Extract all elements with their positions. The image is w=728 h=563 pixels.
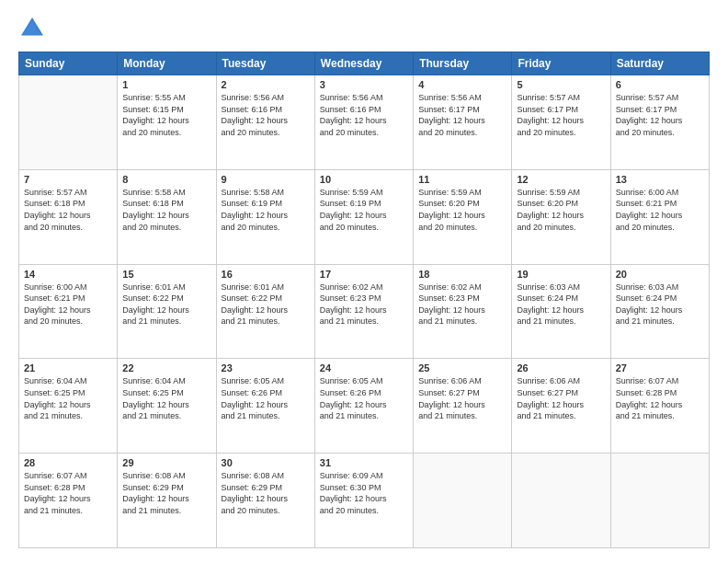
- day-info: Sunrise: 6:05 AM Sunset: 6:26 PM Dayligh…: [320, 375, 408, 421]
- calendar-table: SundayMondayTuesdayWednesdayThursdayFrid…: [18, 52, 710, 548]
- day-info: Sunrise: 5:57 AM Sunset: 6:17 PM Dayligh…: [517, 92, 605, 138]
- day-info: Sunrise: 6:03 AM Sunset: 6:24 PM Dayligh…: [517, 282, 605, 327]
- calendar-cell: 6Sunrise: 5:57 AM Sunset: 6:17 PM Daylig…: [610, 75, 709, 170]
- weekday-header-sunday: Sunday: [19, 52, 118, 75]
- day-info: Sunrise: 6:08 AM Sunset: 6:29 PM Dayligh…: [122, 470, 210, 516]
- day-info: Sunrise: 6:09 AM Sunset: 6:30 PM Dayligh…: [320, 470, 408, 516]
- day-number: 30: [222, 457, 310, 468]
- day-number: 10: [320, 174, 408, 185]
- day-number: 17: [320, 269, 408, 280]
- calendar-cell: 29Sunrise: 6:08 AM Sunset: 6:29 PM Dayli…: [118, 454, 216, 548]
- day-info: Sunrise: 6:06 AM Sunset: 6:27 PM Dayligh…: [418, 375, 506, 421]
- day-number: 13: [616, 174, 704, 185]
- calendar-cell: 17Sunrise: 6:02 AM Sunset: 6:23 PM Dayli…: [314, 264, 413, 359]
- weekday-header-tuesday: Tuesday: [216, 52, 314, 75]
- logo: [18, 15, 50, 42]
- day-info: Sunrise: 5:59 AM Sunset: 6:20 PM Dayligh…: [517, 187, 605, 233]
- calendar-cell: 15Sunrise: 6:01 AM Sunset: 6:22 PM Dayli…: [118, 264, 216, 359]
- day-number: 3: [320, 79, 408, 90]
- calendar-cell: 8Sunrise: 5:58 AM Sunset: 6:18 PM Daylig…: [118, 169, 216, 264]
- calendar-cell: 5Sunrise: 5:57 AM Sunset: 6:17 PM Daylig…: [512, 75, 610, 170]
- calendar-cell: 12Sunrise: 5:59 AM Sunset: 6:20 PM Dayli…: [512, 169, 610, 264]
- day-number: 15: [122, 269, 210, 280]
- day-number: 26: [517, 362, 605, 373]
- day-info: Sunrise: 6:04 AM Sunset: 6:25 PM Dayligh…: [24, 375, 112, 421]
- day-info: Sunrise: 5:56 AM Sunset: 6:16 PM Dayligh…: [222, 92, 310, 138]
- day-info: Sunrise: 6:04 AM Sunset: 6:25 PM Dayligh…: [122, 375, 210, 421]
- day-info: Sunrise: 5:56 AM Sunset: 6:17 PM Dayligh…: [418, 92, 506, 138]
- calendar-cell: 9Sunrise: 5:58 AM Sunset: 6:19 PM Daylig…: [216, 169, 314, 264]
- day-info: Sunrise: 5:57 AM Sunset: 6:18 PM Dayligh…: [24, 187, 112, 233]
- calendar-cell: 13Sunrise: 6:00 AM Sunset: 6:21 PM Dayli…: [610, 169, 709, 264]
- day-info: Sunrise: 6:00 AM Sunset: 6:21 PM Dayligh…: [616, 187, 704, 233]
- day-info: Sunrise: 5:58 AM Sunset: 6:19 PM Dayligh…: [222, 187, 310, 233]
- header: [18, 15, 710, 42]
- day-info: Sunrise: 6:06 AM Sunset: 6:27 PM Dayligh…: [517, 375, 605, 421]
- calendar-cell: 19Sunrise: 6:03 AM Sunset: 6:24 PM Dayli…: [512, 264, 610, 359]
- day-info: Sunrise: 5:56 AM Sunset: 6:16 PM Dayligh…: [320, 92, 408, 138]
- day-number: 19: [517, 269, 605, 280]
- day-number: 25: [418, 362, 506, 373]
- day-info: Sunrise: 6:07 AM Sunset: 6:28 PM Dayligh…: [24, 470, 112, 516]
- calendar-cell: 10Sunrise: 5:59 AM Sunset: 6:19 PM Dayli…: [314, 169, 413, 264]
- day-info: Sunrise: 6:02 AM Sunset: 6:23 PM Dayligh…: [320, 282, 408, 327]
- calendar-week-4: 21Sunrise: 6:04 AM Sunset: 6:25 PM Dayli…: [19, 359, 710, 454]
- calendar-cell: 23Sunrise: 6:05 AM Sunset: 6:26 PM Dayli…: [216, 359, 314, 454]
- day-number: 14: [24, 269, 112, 280]
- day-number: 9: [222, 174, 310, 185]
- calendar-cell: 21Sunrise: 6:04 AM Sunset: 6:25 PM Dayli…: [19, 359, 118, 454]
- page: SundayMondayTuesdayWednesdayThursdayFrid…: [0, 0, 728, 563]
- calendar-cell: 24Sunrise: 6:05 AM Sunset: 6:26 PM Dayli…: [314, 359, 413, 454]
- day-info: Sunrise: 5:57 AM Sunset: 6:17 PM Dayligh…: [616, 92, 704, 138]
- calendar-cell: 22Sunrise: 6:04 AM Sunset: 6:25 PM Dayli…: [118, 359, 216, 454]
- calendar-week-2: 7Sunrise: 5:57 AM Sunset: 6:18 PM Daylig…: [19, 169, 710, 264]
- calendar-cell: [19, 75, 118, 170]
- day-number: 4: [418, 79, 506, 90]
- calendar-cell: 2Sunrise: 5:56 AM Sunset: 6:16 PM Daylig…: [216, 75, 314, 170]
- day-info: Sunrise: 6:01 AM Sunset: 6:22 PM Dayligh…: [122, 282, 210, 327]
- day-number: 20: [616, 269, 704, 280]
- day-number: 31: [320, 457, 408, 468]
- day-number: 12: [517, 174, 605, 185]
- calendar-cell: 28Sunrise: 6:07 AM Sunset: 6:28 PM Dayli…: [19, 454, 118, 548]
- day-info: Sunrise: 6:08 AM Sunset: 6:29 PM Dayligh…: [222, 470, 310, 516]
- calendar-week-3: 14Sunrise: 6:00 AM Sunset: 6:21 PM Dayli…: [19, 264, 710, 359]
- weekday-header-wednesday: Wednesday: [314, 52, 413, 75]
- day-number: 11: [418, 174, 506, 185]
- day-info: Sunrise: 5:55 AM Sunset: 6:15 PM Dayligh…: [122, 92, 210, 138]
- day-info: Sunrise: 5:58 AM Sunset: 6:18 PM Dayligh…: [122, 187, 210, 233]
- day-number: 2: [222, 79, 310, 90]
- day-info: Sunrise: 5:59 AM Sunset: 6:19 PM Dayligh…: [320, 187, 408, 233]
- day-info: Sunrise: 6:05 AM Sunset: 6:26 PM Dayligh…: [222, 375, 310, 421]
- calendar-cell: 11Sunrise: 5:59 AM Sunset: 6:20 PM Dayli…: [414, 169, 512, 264]
- calendar-cell: 27Sunrise: 6:07 AM Sunset: 6:28 PM Dayli…: [610, 359, 709, 454]
- day-number: 29: [122, 457, 210, 468]
- day-number: 23: [222, 362, 310, 373]
- weekday-header-thursday: Thursday: [414, 52, 512, 75]
- day-number: 27: [616, 362, 704, 373]
- calendar-cell: [610, 454, 709, 548]
- day-number: 24: [320, 362, 408, 373]
- day-number: 1: [122, 79, 210, 90]
- calendar-cell: 26Sunrise: 6:06 AM Sunset: 6:27 PM Dayli…: [512, 359, 610, 454]
- logo-icon: [18, 15, 46, 42]
- calendar-cell: 16Sunrise: 6:01 AM Sunset: 6:22 PM Dayli…: [216, 264, 314, 359]
- calendar-cell: [512, 454, 610, 548]
- calendar-header-row: SundayMondayTuesdayWednesdayThursdayFrid…: [19, 52, 710, 75]
- day-number: 18: [418, 269, 506, 280]
- calendar-cell: 3Sunrise: 5:56 AM Sunset: 6:16 PM Daylig…: [314, 75, 413, 170]
- day-number: 7: [24, 174, 112, 185]
- weekday-header-saturday: Saturday: [610, 52, 709, 75]
- calendar-cell: 1Sunrise: 5:55 AM Sunset: 6:15 PM Daylig…: [118, 75, 216, 170]
- calendar-cell: 30Sunrise: 6:08 AM Sunset: 6:29 PM Dayli…: [216, 454, 314, 548]
- calendar-week-1: 1Sunrise: 5:55 AM Sunset: 6:15 PM Daylig…: [19, 75, 710, 170]
- calendar-cell: 18Sunrise: 6:02 AM Sunset: 6:23 PM Dayli…: [414, 264, 512, 359]
- day-number: 16: [222, 269, 310, 280]
- calendar-cell: 4Sunrise: 5:56 AM Sunset: 6:17 PM Daylig…: [414, 75, 512, 170]
- calendar-cell: 14Sunrise: 6:00 AM Sunset: 6:21 PM Dayli…: [19, 264, 118, 359]
- day-number: 5: [517, 79, 605, 90]
- calendar-cell: 25Sunrise: 6:06 AM Sunset: 6:27 PM Dayli…: [414, 359, 512, 454]
- day-info: Sunrise: 6:00 AM Sunset: 6:21 PM Dayligh…: [24, 282, 112, 327]
- day-info: Sunrise: 6:07 AM Sunset: 6:28 PM Dayligh…: [616, 375, 704, 421]
- calendar-cell: [414, 454, 512, 548]
